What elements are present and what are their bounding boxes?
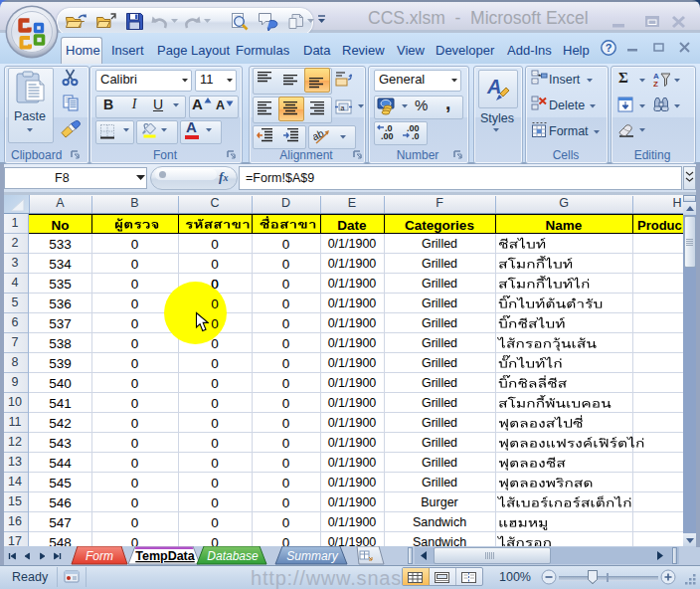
svg-text:?: ? — [606, 42, 612, 54]
svg-text:Form: Form — [86, 549, 113, 563]
svg-text:a: a — [341, 104, 345, 111]
svg-text:A: A — [486, 76, 501, 98]
svg-text:Summary: Summary — [286, 549, 338, 563]
svg-text:Database: Database — [207, 549, 259, 563]
svg-text:Z: Z — [653, 80, 658, 87]
svg-text:TempData: TempData — [135, 549, 196, 563]
svg-text:.0: .0 — [412, 131, 420, 140]
svg-text:.00: .00 — [381, 131, 394, 140]
